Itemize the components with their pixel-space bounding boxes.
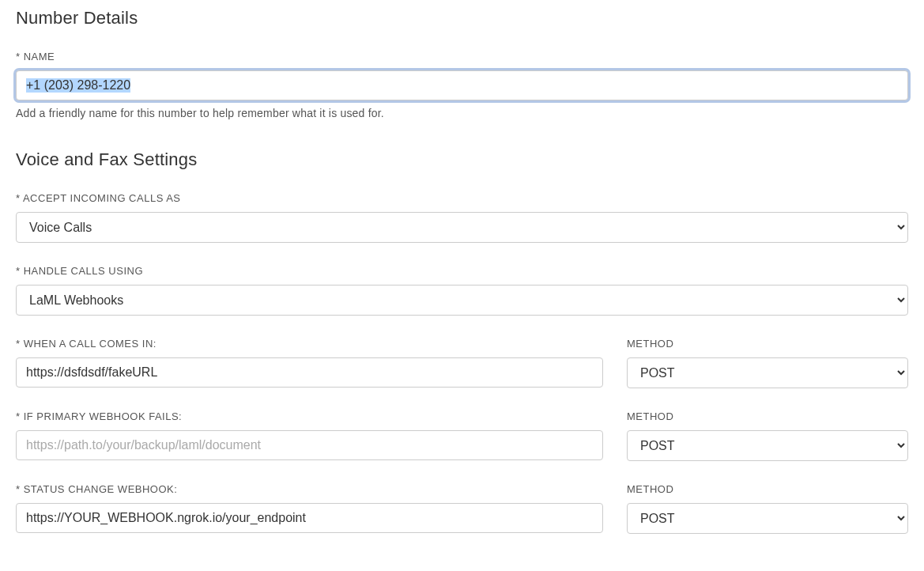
status-change-method-label: METHOD: [627, 483, 908, 495]
accept-incoming-select[interactable]: Voice Calls: [16, 212, 908, 243]
name-input[interactable]: [16, 70, 908, 100]
name-label: * NAME: [16, 51, 908, 62]
call-comes-in-method-select[interactable]: POST: [627, 357, 908, 388]
status-change-input[interactable]: [16, 503, 603, 533]
primary-fails-input[interactable]: [16, 430, 603, 460]
status-change-label: * STATUS CHANGE WEBHOOK:: [16, 483, 603, 495]
handle-calls-label: * HANDLE CALLS USING: [16, 265, 908, 277]
primary-fails-method-select[interactable]: POST: [627, 430, 908, 461]
status-change-method-select[interactable]: POST: [627, 503, 908, 534]
call-comes-in-input[interactable]: [16, 357, 603, 388]
primary-fails-label: * IF PRIMARY WEBHOOK FAILS:: [16, 410, 603, 422]
call-comes-in-method-label: METHOD: [627, 338, 908, 350]
call-comes-in-label: * WHEN A CALL COMES IN:: [16, 338, 603, 350]
primary-fails-method-label: METHOD: [627, 410, 908, 422]
name-help-text: Add a friendly name for this number to h…: [16, 107, 908, 119]
handle-calls-select[interactable]: LaML Webhooks: [16, 285, 908, 316]
voice-fax-heading: Voice and Fax Settings: [16, 149, 908, 170]
number-details-heading: Number Details: [16, 8, 908, 28]
accept-incoming-label: * ACCEPT INCOMING CALLS AS: [16, 192, 908, 204]
